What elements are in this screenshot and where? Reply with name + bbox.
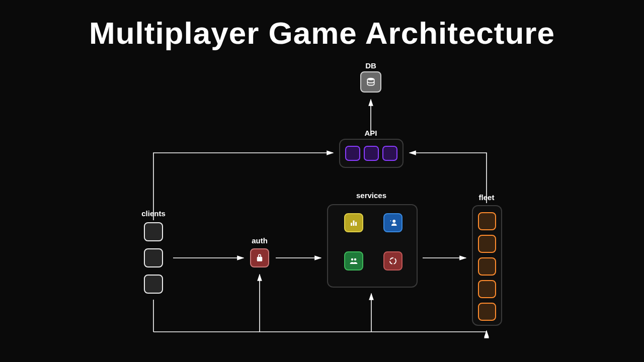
fleet-instance: [478, 235, 496, 253]
svg-point-6: [354, 258, 357, 261]
client-instance: [144, 275, 163, 294]
auth-label: auth: [249, 236, 271, 245]
group-icon: [349, 256, 358, 265]
auth-node: [250, 248, 269, 267]
clients-label: clients: [136, 209, 171, 218]
fleet-instance: [478, 303, 496, 321]
services-label: services: [352, 191, 390, 200]
api-instance: [364, 146, 379, 161]
service-leaderboard: [344, 213, 363, 232]
client-instance: [144, 222, 163, 241]
service-analytics: [383, 251, 403, 270]
db-label: DB: [360, 61, 381, 70]
api-instance: [382, 146, 397, 161]
friends-icon: [388, 218, 397, 227]
svg-rect-3: [355, 222, 357, 226]
diagram-title: Multiplayer Game Architecture: [0, 15, 644, 51]
api-label: API: [357, 129, 384, 137]
fleet-group: [472, 205, 502, 326]
fleet-instance: [478, 257, 496, 276]
database-icon: [366, 77, 376, 87]
edge-clients-api: [153, 153, 333, 220]
service-friends: [383, 213, 403, 232]
fleet-instance: [478, 212, 496, 230]
svg-rect-2: [353, 221, 355, 226]
api-instance: [345, 146, 360, 161]
svg-rect-1: [351, 223, 352, 226]
service-matchmaking: [344, 251, 363, 270]
chart-icon: [349, 218, 358, 227]
api-group: [339, 139, 404, 168]
svg-point-4: [392, 220, 395, 223]
client-instance: [144, 248, 163, 267]
lock-icon: [255, 253, 264, 262]
analytics-icon: [388, 256, 397, 265]
arrows-layer: [0, 0, 644, 362]
services-group: leaderboard friends matchmaking analytic…: [327, 204, 418, 288]
fleet-label: fleet: [473, 193, 500, 202]
svg-point-0: [367, 78, 374, 80]
svg-point-5: [351, 258, 354, 261]
svg-point-7: [390, 258, 396, 264]
fleet-instance: [478, 280, 496, 298]
db-node: [360, 71, 381, 93]
